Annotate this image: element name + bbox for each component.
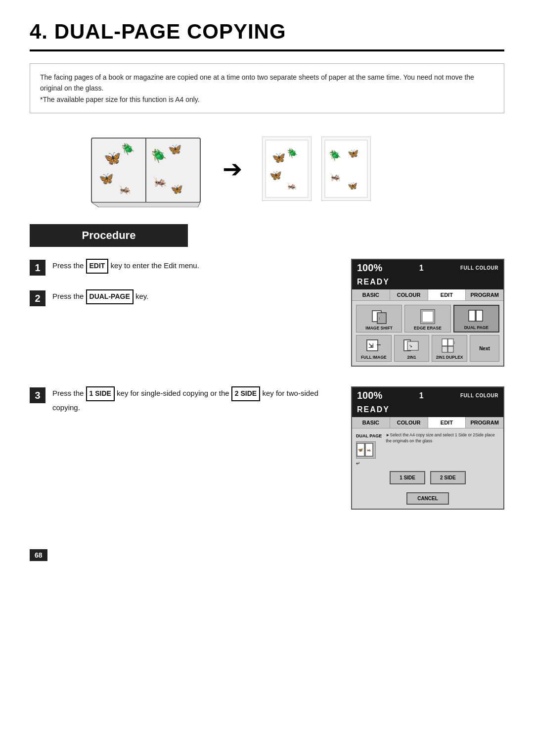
- procedure-banner: Procedure: [30, 224, 188, 247]
- dual-page-display-icon: 🦋 🦗: [356, 442, 375, 458]
- btn-cancel[interactable]: CANCEL: [406, 492, 449, 505]
- ui-panel-1: 100% 1 FULL COLOUR READY BASIC COLOUR ED…: [351, 259, 504, 367]
- panel-tabs-1: BASIC COLOUR EDIT PROGRAM: [352, 289, 503, 301]
- panel-body-1: ↕ IMAGE SHIFT EDGE ERASE: [352, 301, 503, 366]
- dual-page-label: DUAL PAGE: [356, 433, 382, 438]
- illustration-row: 🦋 🪲 🦋 🦗 🪲 🦋 🦗 🦋 ➔ 🦋 🪲 🦋 🦗: [30, 128, 504, 209]
- svg-text:🦗: 🦗: [330, 171, 341, 182]
- 2in1-duplex-icon: ↕: [442, 338, 457, 354]
- btn-image-shift[interactable]: ↕ IMAGE SHIFT: [356, 305, 402, 332]
- arrow-right: ➔: [222, 155, 242, 183]
- dual-page-key: DUAL-PAGE: [86, 289, 134, 304]
- tab-basic-1[interactable]: BASIC: [352, 289, 390, 300]
- dual-page-icon: [468, 308, 484, 324]
- svg-text:🦋: 🦋: [272, 151, 286, 164]
- step-text-3: Press the 1 SIDE key for single-sided co…: [52, 386, 331, 414]
- svg-rect-26: [433, 310, 435, 324]
- full-image-icon: ⇲: [366, 338, 382, 354]
- svg-text:↘: ↘: [409, 344, 412, 348]
- dual-page-instructions: ►Select the A4 copy size and select 1 Si…: [386, 432, 499, 444]
- btn-edge-erase[interactable]: EDGE ERASE: [404, 305, 450, 332]
- panel-tabs-2: BASIC COLOUR EDIT PROGRAM: [352, 417, 503, 428]
- book-svg: 🦋 🪲 🦋 🦗 🪲 🦋 🦗 🦋: [89, 128, 203, 207]
- btn-dual-page[interactable]: DUAL PAGE: [453, 305, 499, 332]
- panel-2: 100% 1 FULL COLOUR READY BASIC COLOUR ED…: [351, 386, 504, 510]
- svg-rect-29: [476, 310, 483, 321]
- cancel-btn-row: CANCEL: [356, 492, 499, 505]
- svg-rect-24: [421, 310, 423, 324]
- btn-2in1[interactable]: ↘ 2IN1: [394, 335, 430, 362]
- svg-rect-23: [421, 310, 435, 324]
- svg-rect-15: [325, 140, 367, 197]
- svg-rect-40: [442, 346, 447, 352]
- output-page-1: 🦋 🪲 🦋 🦗: [262, 137, 312, 201]
- svg-text:🦋: 🦋: [99, 171, 114, 186]
- panel-ready-1: READY: [352, 276, 503, 289]
- step-text-2: Press the DUAL-PAGE key.: [52, 289, 148, 304]
- tab-colour-2[interactable]: COLOUR: [390, 417, 428, 428]
- dual-page-icon-display: 🦋 🦗: [356, 441, 376, 459]
- intro-text1: The facing pages of a book or magazine a…: [40, 72, 494, 94]
- svg-text:🦋: 🦋: [269, 169, 282, 181]
- svg-rect-28: [469, 310, 475, 321]
- steps-section-1-2: 1 Press the EDIT key to enter the Edit m…: [30, 259, 504, 367]
- tab-program-1[interactable]: PROGRAM: [466, 289, 503, 300]
- btn-next[interactable]: Next: [470, 335, 499, 362]
- panel-header-1: 100% 1 FULL COLOUR: [352, 260, 503, 276]
- svg-text:🦋: 🦋: [168, 142, 182, 156]
- svg-text:↕: ↕: [453, 340, 455, 345]
- page-title: 4. DUAL-PAGE COPYING: [30, 20, 504, 51]
- steps-left-1-2: 1 Press the EDIT key to enter the Edit m…: [30, 259, 331, 367]
- steps-left-3: 3 Press the 1 SIDE key for single-sided …: [30, 386, 331, 510]
- image-shift-icon: ↕: [371, 309, 387, 325]
- panel-full-colour-1: FULL COLOUR: [460, 265, 498, 271]
- tab-edit-2[interactable]: EDIT: [428, 417, 466, 428]
- output-images: 🦋 🪲 🦋 🦗 🪲 🦋 🦗 🦋: [262, 137, 371, 201]
- book-illustration: 🦋 🪲 🦋 🦗 🪲 🦋 🦗 🦋: [89, 128, 203, 209]
- tab-program-2[interactable]: PROGRAM: [466, 417, 503, 428]
- side-buttons: 1 SIDE 2 SIDE: [356, 471, 499, 484]
- panel-copies-2: 1: [419, 391, 424, 400]
- arrow-indicator: ↵: [356, 461, 382, 466]
- panel-body-2: DUAL PAGE 🦋 🦗 ↵ ►Select the A4 copy size…: [352, 428, 503, 509]
- panel-percent-1: 100%: [357, 262, 382, 274]
- edit-key: EDIT: [86, 259, 109, 274]
- 2side-key: 2 SIDE: [231, 386, 260, 401]
- svg-rect-27: [421, 322, 435, 324]
- btn-1-side[interactable]: 1 SIDE: [390, 471, 425, 484]
- intro-text2: *The available paper size for this funct…: [40, 94, 494, 105]
- panel-percent-2: 100%: [357, 390, 382, 401]
- svg-text:🪲: 🪲: [287, 148, 298, 159]
- svg-text:🦋: 🦋: [348, 181, 357, 190]
- svg-text:🦋: 🦋: [358, 447, 363, 452]
- step-2: 2 Press the DUAL-PAGE key.: [30, 289, 331, 306]
- btn-2in1-duplex[interactable]: ↕ 2IN1 DUPLEX: [432, 335, 467, 362]
- svg-text:🦗: 🦗: [366, 447, 371, 452]
- panel-1: 100% 1 FULL COLOUR READY BASIC COLOUR ED…: [351, 259, 504, 367]
- panel-ready-2: READY: [352, 404, 503, 417]
- svg-text:🦗: 🦗: [287, 181, 297, 190]
- btn-full-image[interactable]: ⇲ FULL IMAGE: [356, 335, 392, 362]
- svg-rect-38: [442, 339, 447, 346]
- step-number-2: 2: [30, 290, 45, 306]
- svg-text:🦗: 🦗: [119, 183, 131, 195]
- 2in1-icon: ↘: [403, 338, 419, 354]
- func-row-bottom: ⇲ FULL IMAGE ↘ 2IN1: [356, 335, 499, 362]
- step-text-1: Press the EDIT key to enter the Edit men…: [52, 259, 199, 274]
- btn-2-side[interactable]: 2 SIDE: [430, 471, 466, 484]
- tab-basic-2[interactable]: BASIC: [352, 417, 390, 428]
- panel-copies-1: 1: [419, 264, 424, 273]
- dual-page-row: DUAL PAGE 🦋 🦗 ↵ ►Select the A4 copy size…: [356, 432, 499, 466]
- func-grid-top: ↕ IMAGE SHIFT EDGE ERASE: [356, 305, 499, 332]
- panel-header-2: 100% 1 FULL COLOUR: [352, 387, 503, 404]
- page-number: 68: [30, 549, 47, 561]
- edge-erase-icon: [420, 309, 436, 325]
- svg-text:🦋: 🦋: [104, 150, 121, 166]
- tab-colour-1[interactable]: COLOUR: [390, 289, 428, 300]
- tab-edit-1[interactable]: EDIT: [428, 289, 466, 300]
- intro-box: The facing pages of a book or magazine a…: [30, 63, 504, 113]
- svg-text:🦋: 🦋: [171, 183, 183, 195]
- svg-text:🦗: 🦗: [153, 175, 167, 188]
- svg-text:🦋: 🦋: [348, 148, 359, 159]
- ui-panel-2: 100% 1 FULL COLOUR READY BASIC COLOUR ED…: [351, 386, 504, 510]
